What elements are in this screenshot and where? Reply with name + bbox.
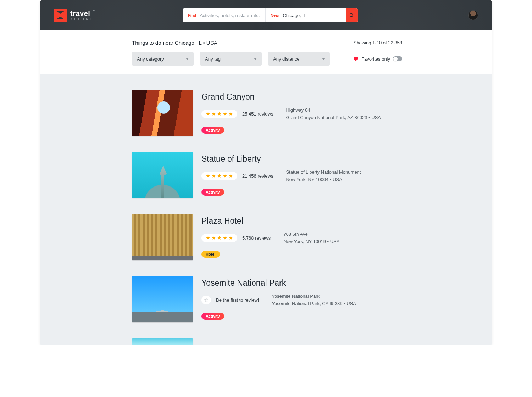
brand-subtext: XPLORE <box>70 18 94 21</box>
star-rating <box>201 110 237 118</box>
chevron-down-icon <box>186 58 189 60</box>
star-rating <box>201 234 237 242</box>
result-card[interactable]: Yosemite National Park Be the first to r… <box>132 276 402 330</box>
star-icon <box>228 112 233 116</box>
result-thumbnail[interactable] <box>132 276 193 322</box>
result-count: Showing 1-10 of 22,358 <box>354 40 402 45</box>
star-icon <box>206 236 210 240</box>
near-label: Near <box>271 13 279 17</box>
review-count: 5,768 reviews <box>242 235 271 241</box>
result-title[interactable]: Plaza Hotel <box>201 216 402 226</box>
result-card[interactable] <box>132 338 402 345</box>
result-card[interactable]: Statue of Liberty 21,456 reviews Statue … <box>132 152 402 206</box>
result-thumbnail[interactable] <box>132 90 193 136</box>
star-icon <box>223 112 227 116</box>
star-icon <box>217 174 222 178</box>
result-title[interactable]: Grand Canyon <box>201 92 402 102</box>
find-input[interactable] <box>200 13 260 18</box>
svg-point-0 <box>350 13 353 16</box>
review-count: 21,456 reviews <box>242 173 273 179</box>
favorites-label: Favorites only <box>361 56 390 62</box>
filter-tag-label: Any tag <box>205 56 221 62</box>
star-icon <box>211 174 216 178</box>
favorites-only-control: Favorites only <box>353 56 402 62</box>
review-count: 25,451 reviews <box>242 111 273 117</box>
result-tag: Hotel <box>201 251 220 258</box>
star-icon <box>223 236 227 240</box>
search-bar: Find Near <box>183 8 358 22</box>
user-avatar[interactable] <box>468 10 478 20</box>
heart-icon <box>353 56 359 62</box>
filter-category-label: Any category <box>137 56 164 62</box>
search-button[interactable] <box>346 8 358 22</box>
result-address: Yosemite National Park Yosemite National… <box>272 293 356 308</box>
result-address: Highway 64 Grand Canyon National Park, A… <box>286 107 381 122</box>
brand-main: travel <box>70 10 90 17</box>
review-count: Be the first to review! <box>216 297 259 303</box>
result-card[interactable]: Plaza Hotel 5,768 reviews 768 5th Ave Ne… <box>132 214 402 268</box>
chevron-down-icon <box>254 58 257 60</box>
brand-tm: TM <box>91 9 95 12</box>
star-icon <box>206 174 210 178</box>
svg-line-1 <box>353 16 354 17</box>
filter-band: Things to do near Chicago, IL • USA Show… <box>40 30 492 74</box>
page-heading: Things to do near Chicago, IL • USA <box>132 40 217 46</box>
filter-distance-label: Any distance <box>273 56 299 62</box>
star-rating-empty <box>201 296 211 304</box>
star-icon <box>211 236 216 240</box>
star-icon <box>211 112 216 116</box>
rating-pill: 5,768 reviews <box>201 234 271 242</box>
result-thumbnail[interactable] <box>132 214 193 260</box>
filter-category-dropdown[interactable]: Any category <box>132 52 194 66</box>
star-icon <box>206 112 210 116</box>
results-panel: Grand Canyon 25,451 reviews Highway 64 G… <box>40 74 492 345</box>
result-title[interactable]: Statue of Liberty <box>201 154 402 164</box>
brand-logo[interactable]: travelTM XPLORE <box>54 9 94 22</box>
star-icon <box>223 174 227 178</box>
result-thumbnail[interactable] <box>132 338 193 345</box>
rating-pill: 25,451 reviews <box>201 110 273 118</box>
result-thumbnail[interactable] <box>132 152 193 198</box>
near-input[interactable] <box>283 13 342 18</box>
result-address: 768 5th Ave New York, NY 10019 • USA <box>283 231 339 246</box>
star-icon <box>204 298 209 302</box>
search-near-segment[interactable]: Near <box>265 8 346 22</box>
result-card[interactable]: Grand Canyon 25,451 reviews Highway 64 G… <box>132 90 402 144</box>
search-icon <box>349 13 354 18</box>
star-icon <box>228 174 233 178</box>
result-tag: Activity <box>201 127 224 134</box>
result-address: Statue of Liberty National Monument New … <box>286 169 361 184</box>
search-find-segment[interactable]: Find <box>183 8 265 22</box>
result-tag: Activity <box>201 189 224 196</box>
rating-pill: Be the first to review! <box>201 296 259 304</box>
rating-pill: 21,456 reviews <box>201 172 273 180</box>
star-icon <box>228 236 233 240</box>
star-icon <box>217 112 222 116</box>
filter-tag-dropdown[interactable]: Any tag <box>200 52 262 66</box>
chevron-down-icon <box>322 58 325 60</box>
result-tag: Activity <box>201 313 224 320</box>
logo-mark-icon <box>54 9 67 22</box>
app-header: travelTM XPLORE Find Near <box>40 0 492 30</box>
result-title[interactable]: Yosemite National Park <box>201 278 402 288</box>
favorites-toggle[interactable] <box>393 56 402 61</box>
find-label: Find <box>188 13 196 17</box>
star-icon <box>217 236 222 240</box>
filter-distance-dropdown[interactable]: Any distance <box>268 52 330 66</box>
star-rating <box>201 172 237 180</box>
